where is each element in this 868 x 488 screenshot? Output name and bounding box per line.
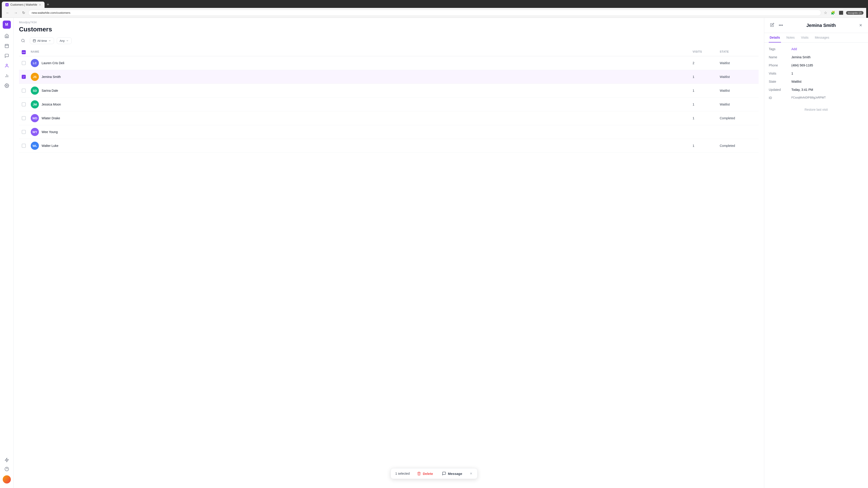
avatar: WY <box>31 128 39 136</box>
message-button[interactable]: Message <box>440 470 464 477</box>
select-all-checkbox[interactable]: — <box>22 50 26 54</box>
avatar: WL <box>31 142 39 150</box>
new-tab-button[interactable]: + <box>45 1 51 8</box>
avatar: WD <box>31 114 39 122</box>
edit-button[interactable] <box>769 22 776 29</box>
time-filter-button[interactable]: All time <box>30 37 54 44</box>
row-checkbox[interactable] <box>22 102 26 106</box>
state-cell: Waitlist <box>720 103 756 106</box>
close-detail-button[interactable]: × <box>858 22 864 29</box>
name-label: Name <box>769 55 792 59</box>
id-value: FCsoqWvfvDIF68IgJvRPWT <box>792 96 864 100</box>
split-button[interactable]: ⬛ <box>838 10 844 16</box>
sidebar-item-lightning[interactable] <box>2 455 11 464</box>
state-cell: Completed <box>720 116 756 120</box>
row-checkbox[interactable] <box>22 61 26 65</box>
row-checkbox[interactable] <box>22 144 26 148</box>
state-cell: Waitlist <box>720 75 756 78</box>
any-filter-button[interactable]: Any <box>57 37 72 44</box>
user-avatar[interactable] <box>3 475 11 484</box>
state-value: Waitlist <box>792 80 864 84</box>
search-button[interactable] <box>19 37 27 45</box>
customer-name: Wlater Drake <box>41 116 60 120</box>
sidebar-item-calendar[interactable] <box>2 41 11 51</box>
svg-point-4 <box>6 64 7 66</box>
customer-name: Jemina Smith <box>41 75 61 78</box>
browser-chrome: M Customers | Waitwhile × + ← → ↻ new.wa… <box>0 0 868 18</box>
state-cell: Waitlist <box>720 89 756 92</box>
back-button[interactable]: ← <box>4 10 11 16</box>
org-avatar[interactable]: M <box>3 21 11 29</box>
sidebar-item-chat[interactable] <box>2 51 11 60</box>
phone-value: (484) 569-1185 <box>792 64 864 67</box>
visits-cell: 1 <box>692 75 720 78</box>
any-filter-label: Any <box>60 39 65 42</box>
row-checkbox[interactable] <box>22 130 26 134</box>
table-row[interactable]: WD Wlater Drake 1 Completed <box>19 111 758 125</box>
add-tag-button[interactable]: Add <box>792 47 797 51</box>
tab-messages[interactable]: Messages <box>814 33 830 42</box>
updated-value: Today, 3:41 PM <box>792 88 864 92</box>
time-filter-label: All time <box>37 39 47 42</box>
refresh-button[interactable]: ↻ <box>21 10 26 16</box>
bookmark-button[interactable]: ☆ <box>823 10 828 16</box>
table-row[interactable]: WL Walter Luke 1 Completed <box>19 139 758 153</box>
svg-rect-0 <box>5 44 8 48</box>
row-checkbox[interactable] <box>22 116 26 120</box>
detail-tabs: Details Notes Visits Messages <box>764 33 868 43</box>
updated-field: Updated Today, 3:41 PM <box>769 88 864 92</box>
state-column-header: STATE <box>720 50 756 54</box>
active-tab[interactable]: M Customers | Waitwhile × <box>2 2 44 8</box>
avatar: SD <box>31 87 39 95</box>
updated-label: Updated <box>769 88 792 92</box>
row-checkbox[interactable] <box>22 89 26 93</box>
delete-button[interactable]: Delete <box>415 470 435 477</box>
state-cell: Completed <box>720 144 756 148</box>
visits-cell: 1 <box>692 144 720 148</box>
table-row[interactable]: LC Lauren Cris Deli 2 Waitlist <box>19 56 758 70</box>
table-row[interactable]: ✓ JS Jemina Smith 1 Waitlist <box>19 70 758 84</box>
sidebar-item-help[interactable] <box>2 464 11 474</box>
id-label: ID <box>769 96 792 100</box>
svg-marker-9 <box>5 458 8 462</box>
customer-name: Jessica Moon <box>41 103 61 106</box>
org-name: Moodjoy7434 <box>13 18 764 24</box>
table-row[interactable]: WY Wee Young <box>19 125 758 139</box>
customer-name: Sarina Dale <box>41 89 58 92</box>
detail-body: Tags Add Name Jemina Smith Phone (484) 5… <box>764 43 868 488</box>
close-selection-bar-button[interactable]: × <box>469 471 473 477</box>
tab-notes[interactable]: Notes <box>785 33 796 42</box>
main-content: Moodjoy7434 Customers All time Any — NAM… <box>13 18 764 488</box>
customer-name: Wee Young <box>41 130 58 134</box>
detail-panel-title: Jemina Smith <box>807 23 836 28</box>
tab-visits[interactable]: Visits <box>800 33 809 42</box>
selection-bar: 1 selected Delete Message × <box>391 468 477 479</box>
forward-button[interactable]: → <box>13 10 19 16</box>
visits-cell: 1 <box>692 116 720 120</box>
table-row[interactable]: JM Jessica Moon 1 Waitlist <box>19 98 758 111</box>
sidebar-item-home[interactable] <box>2 31 11 40</box>
address-bar[interactable]: new.waitwhile.com/customers <box>28 10 821 16</box>
url-text: new.waitwhile.com/customers <box>32 11 818 14</box>
svg-line-13 <box>24 41 24 42</box>
tab-close-button[interactable]: × <box>39 3 41 6</box>
incognito-badge[interactable]: Incognito (2) <box>846 11 864 15</box>
tab-details[interactable]: Details <box>769 33 781 42</box>
sidebar-item-settings[interactable] <box>2 81 11 90</box>
customer-name: Lauren Cris Deli <box>41 61 64 65</box>
visits-value: 1 <box>792 72 864 75</box>
sidebar-item-analytics[interactable] <box>2 71 11 80</box>
extension-button[interactable]: 🧩 <box>830 10 836 16</box>
tab-icon: M <box>5 3 8 6</box>
table-row[interactable]: SD Sarina Dale 1 Waitlist <box>19 84 758 98</box>
svg-point-12 <box>22 39 24 42</box>
row-checkbox[interactable]: ✓ <box>22 75 26 79</box>
avatar: JS <box>31 73 39 81</box>
tags-label: Tags <box>769 47 792 51</box>
more-options-button[interactable]: ••• <box>777 22 784 29</box>
message-label: Message <box>448 472 462 476</box>
restore-visit-button[interactable]: Restore last visit <box>769 104 864 115</box>
svg-rect-14 <box>33 39 36 42</box>
state-field: State Waitlist <box>769 80 864 84</box>
sidebar-item-customers[interactable] <box>2 61 11 70</box>
